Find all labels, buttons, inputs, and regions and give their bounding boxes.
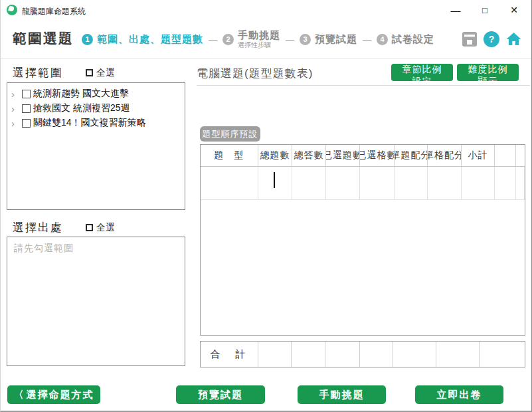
step-label: 預覽試題 xyxy=(315,34,357,45)
tree-item-label: 關鍵雙14！國文複習新策略 xyxy=(33,117,146,129)
home-icon[interactable] xyxy=(505,31,522,47)
step-4[interactable]: 4試卷設定 xyxy=(377,34,434,45)
tree-item-checkbox[interactable] xyxy=(22,104,31,113)
total-row-cell[interactable] xyxy=(360,342,393,367)
expand-chevron-icon[interactable]: › xyxy=(11,89,19,99)
step-2[interactable]: 2手動挑題選擇性步驟 xyxy=(222,30,280,49)
table-header-row: 題 型總題數總答數已選題數已選格數單題配分單格配分小計 xyxy=(201,145,525,167)
table-body-cell[interactable] xyxy=(360,167,395,200)
source-placeholder: 請先勾選範圍 xyxy=(14,243,74,255)
source-panel-title: 選擇出處 xyxy=(13,220,63,235)
source-select-all-checkbox[interactable] xyxy=(86,224,93,231)
title-bar: 龍騰題庫命題系統 — □ ✕ xyxy=(1,0,531,20)
total-table: 合 計 xyxy=(200,341,525,367)
step-navbar: 範圍選題 1範圍、出處、題型題數—2手動挑題選擇性步驟—3預覽試題—4試卷設定 … xyxy=(1,20,531,58)
step-number-badge: 4 xyxy=(377,34,388,45)
expand-chevron-icon[interactable]: › xyxy=(11,104,19,114)
source-list-box: 請先勾選範圍 xyxy=(7,237,185,366)
step-label: 試卷設定 xyxy=(392,34,434,45)
table-body-cell[interactable] xyxy=(395,167,428,200)
minimize-button[interactable]: — xyxy=(441,0,470,20)
step-label: 範圍、出處、題型題數 xyxy=(97,34,203,45)
page-title: 範圍選題 xyxy=(13,29,74,48)
total-row-cell[interactable] xyxy=(480,342,525,367)
source-select-all[interactable]: 全選 xyxy=(86,222,115,234)
range-panel-title: 選擇範圍 xyxy=(13,65,63,80)
window-controls: — □ ✕ xyxy=(441,0,529,20)
step-number-badge: 3 xyxy=(300,34,311,45)
table-header-cell[interactable]: 總答數 xyxy=(292,145,326,167)
total-row-cell[interactable] xyxy=(325,342,360,367)
question-order-preset-button[interactable]: 題型順序預設 xyxy=(200,126,260,142)
step-3[interactable]: 3預覽試題 xyxy=(300,34,357,45)
range-select-all[interactable]: 全選 xyxy=(86,67,115,79)
tree-item[interactable]: ›搶救國文 統測複習25週 xyxy=(7,101,185,116)
help-icon[interactable]: ? xyxy=(484,31,499,47)
maximize-button[interactable]: □ xyxy=(470,0,499,20)
table-body-cell[interactable] xyxy=(428,167,462,200)
table-header-cell[interactable] xyxy=(516,145,525,167)
expand-chevron-icon[interactable]: › xyxy=(11,118,19,128)
app-logo-icon xyxy=(7,5,17,15)
back-to-method-button[interactable]: 〈 選擇命題方式 xyxy=(7,385,100,404)
total-row-cell[interactable] xyxy=(292,342,325,367)
chevron-left-icon: 〈 xyxy=(14,389,24,401)
chapter-ratio-button[interactable]: 章節比例設定 xyxy=(391,64,453,81)
step-label: 手動挑題 xyxy=(238,30,280,41)
range-panel-header: 選擇範圍 全選 xyxy=(13,65,115,80)
step-1[interactable]: 1範圍、出處、題型題數 xyxy=(82,34,203,45)
table-header-cell[interactable]: 已選題數 xyxy=(326,145,360,167)
table-header-cell[interactable]: 題 型 xyxy=(201,145,258,167)
total-row: 合 計 xyxy=(201,342,525,367)
app-title: 龍騰題庫命題系統 xyxy=(22,6,86,17)
step-separator: — xyxy=(286,35,294,45)
tree-item-checkbox[interactable] xyxy=(22,119,31,128)
total-row-cell[interactable] xyxy=(393,342,436,367)
step-sublabel: 選擇性步驟 xyxy=(238,41,280,49)
total-row-cell[interactable] xyxy=(436,342,480,367)
source-panel-header: 選擇出處 全選 xyxy=(13,220,115,235)
table-body-row[interactable] xyxy=(201,167,525,200)
question-type-table: 題 型總題數總答數已選題數已選格數單題配分單格配分小計 xyxy=(200,144,525,336)
range-tree: ›統測新趨勢 國文大進擊›搶救國文 統測複習25週›關鍵雙14！國文複習新策略 xyxy=(7,82,185,210)
table-body-cell[interactable] xyxy=(258,167,292,200)
save-icon[interactable] xyxy=(461,31,478,47)
app-window: 龍騰題庫命題系統 — □ ✕ 範圍選題 1範圍、出處、題型題數—2手動挑題選擇性… xyxy=(0,0,532,412)
table-body-cell[interactable] xyxy=(516,167,525,200)
table-header-cell[interactable]: 小計 xyxy=(462,145,495,167)
range-select-all-checkbox[interactable] xyxy=(86,69,93,76)
table-header-cell[interactable]: 單格配分 xyxy=(428,145,462,167)
step-number-badge: 2 xyxy=(222,34,234,45)
table-body-cell[interactable] xyxy=(292,167,326,200)
generate-paper-button[interactable]: 立即出卷 xyxy=(415,385,503,404)
step-separator: — xyxy=(209,35,217,45)
table-body-cell[interactable] xyxy=(462,167,495,200)
tree-item[interactable]: ›關鍵雙14！國文複習新策略 xyxy=(7,116,185,130)
difficulty-ratio-button[interactable]: 難度比例顯示 xyxy=(457,64,519,81)
main-panel-title: 電腦選題(題型題數表) xyxy=(197,66,313,81)
total-row-cell[interactable]: 合 計 xyxy=(201,342,258,367)
nav-icons: ? xyxy=(461,31,522,47)
tree-item-label: 統測新趨勢 國文大進擊 xyxy=(33,88,129,100)
text-caret xyxy=(274,172,275,188)
source-select-all-label: 全選 xyxy=(96,222,115,234)
close-button[interactable]: ✕ xyxy=(499,0,529,20)
preview-questions-button[interactable]: 預覽試題 xyxy=(176,385,265,404)
table-body-cell[interactable] xyxy=(326,167,360,200)
table-body-cell[interactable] xyxy=(201,167,258,200)
main-separator xyxy=(197,85,530,86)
table-header-cell[interactable] xyxy=(495,145,516,167)
tree-item[interactable]: ›統測新趨勢 國文大進擊 xyxy=(7,86,185,101)
manual-pick-button[interactable]: 手動挑題 xyxy=(298,385,386,404)
back-button-label: 選擇命題方式 xyxy=(27,389,94,401)
step-separator: — xyxy=(363,35,371,45)
table-header-cell[interactable]: 單題配分 xyxy=(395,145,428,167)
step-number-badge: 1 xyxy=(82,34,93,45)
table-body-cell[interactable] xyxy=(495,167,516,200)
tree-item-label: 搶救國文 統測複習25週 xyxy=(33,102,130,114)
step-list: 1範圍、出處、題型題數—2手動挑題選擇性步驟—3預覽試題—4試卷設定 xyxy=(82,20,434,58)
tree-item-checkbox[interactable] xyxy=(22,90,31,98)
table-header-cell[interactable]: 總題數 xyxy=(258,145,292,167)
total-row-cell[interactable] xyxy=(258,342,292,367)
table-header-cell[interactable]: 已選格數 xyxy=(360,145,395,167)
